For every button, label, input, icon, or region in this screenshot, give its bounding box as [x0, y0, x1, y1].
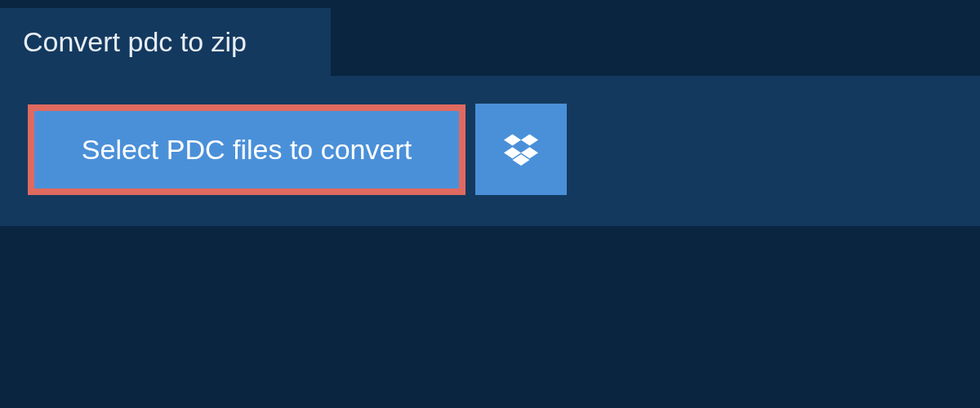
select-files-button[interactable]: Select PDC files to convert	[34, 111, 459, 188]
tab-convert-pdc-to-zip[interactable]: Convert pdc to zip	[0, 8, 331, 76]
tab-title: Convert pdc to zip	[23, 26, 247, 57]
main-panel: Select PDC files to convert	[0, 76, 980, 226]
select-files-highlight: Select PDC files to convert	[28, 104, 466, 195]
select-files-label: Select PDC files to convert	[82, 134, 412, 165]
dropbox-icon	[504, 131, 538, 168]
dropbox-button[interactable]	[475, 104, 567, 195]
